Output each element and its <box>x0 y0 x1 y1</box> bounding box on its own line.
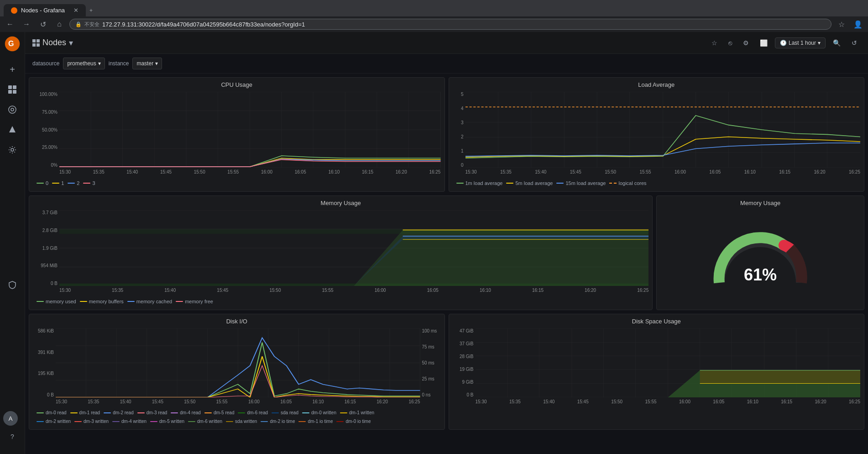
svg-rect-5 <box>13 90 16 94</box>
legend-memory-free: memory free <box>176 299 213 304</box>
top-bar: Nodes ▾ ☆ ⎋ ⚙ ⬜ 🕐 Last 1 hour ▾ 🔍 ↺ <box>25 32 868 54</box>
refresh-button[interactable]: ↺ <box>848 37 861 48</box>
load-average-body: 5 4 3 2 1 0 <box>449 90 864 191</box>
svg-point-7 <box>11 108 14 111</box>
grafana-app: G + A ? Nodes ▾ <box>0 32 868 454</box>
svg-rect-12 <box>37 39 40 42</box>
top-bar-actions: ☆ ⎋ ⚙ ⬜ 🕐 Last 1 hour ▾ 🔍 ↺ <box>708 37 861 48</box>
sidebar-item-settings[interactable] <box>3 141 21 159</box>
time-range-button[interactable]: 🕐 Last 1 hour ▾ <box>775 37 826 48</box>
legend-dm2-iotime: dm-2 io time <box>261 419 295 424</box>
browser-tab[interactable]: Nodes - Grafana ✕ <box>4 4 86 16</box>
prometheus-select[interactable]: prometheus ▾ <box>63 58 105 69</box>
svg-point-10 <box>11 148 14 151</box>
dashboard-settings-button[interactable]: ⚙ <box>739 37 753 48</box>
legend-logical-cores: logical cores <box>609 180 646 186</box>
sidebar-item-alerting[interactable] <box>3 121 21 139</box>
profile-button[interactable]: 👤 <box>852 18 864 31</box>
cpu-usage-chart <box>59 92 441 168</box>
legend-1m: 1m load average <box>456 180 503 186</box>
memory-chart-svg <box>59 210 648 286</box>
cpu-usage-legend: 0 1 2 3 <box>33 179 441 188</box>
svg-rect-9 <box>12 131 13 132</box>
browser-chrome: Nodes - Grafana ✕ + ← → ↺ ⌂ 🔒 不安全 172.27… <box>0 0 868 32</box>
memory-gauge-panel: Memory Usage <box>656 195 864 310</box>
legend-dm0-written: dm-0 written <box>302 410 336 415</box>
legend-dm6-written: dm-6 written <box>188 419 222 424</box>
gauge-svg: 61% <box>710 223 810 292</box>
dashboard-title: Nodes ▾ <box>32 38 73 48</box>
reload-button[interactable]: ↺ <box>37 18 49 31</box>
sidebar: G + A ? <box>0 32 25 454</box>
clock-icon: 🕐 <box>780 40 787 46</box>
legend-dm5-written: dm-5 written <box>150 419 184 424</box>
legend-dm3-written: dm-3 written <box>74 419 109 424</box>
legend-dm0-iotime: dm-0 io time <box>336 419 371 424</box>
search-button[interactable]: 🔍 <box>829 37 844 48</box>
grid-row-2: Memory Usage 3.7 GiB 2.8 GiB 1.9 GiB 954… <box>29 195 864 310</box>
svg-text:61%: 61% <box>744 265 777 284</box>
load-average-title: Load Average <box>449 78 864 90</box>
sidebar-item-add[interactable]: + <box>3 60 21 79</box>
load-average-legend: 1m load average 5m load average 15m load… <box>453 179 861 188</box>
cpu-usage-panel: CPU Usage 100.00% 75.00% 50.00% 25.00% 0… <box>29 77 445 192</box>
sidebar-item-help[interactable]: ? <box>3 428 21 446</box>
forward-button[interactable]: → <box>20 18 33 31</box>
share-button[interactable]: ⎋ <box>725 37 736 48</box>
svg-rect-14 <box>37 43 40 47</box>
legend-memory-buffers: memory buffers <box>80 299 124 304</box>
tab-close-button[interactable]: ✕ <box>73 7 78 14</box>
instance-label: instance <box>109 60 129 67</box>
favorite-button[interactable]: ☆ <box>708 37 721 48</box>
tv-mode-button[interactable]: ⬜ <box>756 37 771 48</box>
lock-icon: 🔒 <box>75 21 82 27</box>
legend-memory-cached: memory cached <box>127 299 172 304</box>
address-bar[interactable]: 🔒 不安全 172.27.9.131:30022/d/fa49a4706d07a… <box>69 19 831 30</box>
home-button[interactable]: ⌂ <box>53 18 66 31</box>
disk-io-panel: Disk I/O 586 KiB 391 KiB 195 KiB 0 B <box>29 314 445 430</box>
memory-usage-chart-title: Memory Usage <box>29 196 652 208</box>
legend-memory-used: memory used <box>37 299 76 304</box>
tab-title: Nodes - Grafana <box>21 7 65 14</box>
bookmark-button[interactable]: ☆ <box>835 18 848 31</box>
dashboard-grid: CPU Usage 100.00% 75.00% 50.00% 25.00% 0… <box>25 74 868 454</box>
legend-dm0-read: dm-0 read <box>37 410 67 415</box>
cpu-usage-title: CPU Usage <box>29 78 444 90</box>
legend-dm1-written: dm-1 written <box>340 410 374 415</box>
main-content: Nodes ▾ ☆ ⎋ ⚙ ⬜ 🕐 Last 1 hour ▾ 🔍 ↺ data… <box>25 32 868 454</box>
disk-io-body: 586 KiB 391 KiB 195 KiB 0 B 100 ms 75 ms… <box>29 327 444 429</box>
disk-space-panel: Disk Space Usage 47 GiB 37 GiB 28 GiB 19… <box>449 314 865 430</box>
legend-dm4-read: dm-4 read <box>171 410 201 415</box>
svg-marker-100 <box>700 370 860 384</box>
disk-io-chart <box>56 328 420 397</box>
url-text: 172.27.9.131:30022/d/fa49a4706d07a042595… <box>102 21 305 28</box>
master-select[interactable]: master ▾ <box>132 58 162 69</box>
load-average-panel: Load Average 5 4 3 2 1 0 <box>449 77 865 192</box>
back-button[interactable]: ← <box>4 18 16 31</box>
sidebar-item-dashboards[interactable] <box>3 80 21 99</box>
memory-usage-chart-body: 3.7 GiB 2.8 GiB 1.9 GiB 954 MiB 0 B <box>29 208 652 310</box>
disk-space-chart <box>476 328 861 397</box>
svg-point-6 <box>9 106 16 113</box>
cpu-usage-body: 100.00% 75.00% 50.00% 25.00% 0% <box>29 90 444 191</box>
legend-item-3: 3 <box>83 180 95 186</box>
legend-dm2-read: dm-2 read <box>104 410 134 415</box>
legend-dm3-read: dm-3 read <box>137 410 167 415</box>
time-range-label: Last 1 hour <box>789 40 816 46</box>
legend-15m: 15m load average <box>556 180 606 186</box>
memory-gauge-body: 61% <box>657 208 864 310</box>
disk-io-title: Disk I/O <box>29 314 444 327</box>
toolbar-variables-row: datasource prometheus ▾ instance master … <box>25 54 868 74</box>
user-avatar[interactable]: A <box>3 411 18 426</box>
svg-rect-2 <box>8 85 12 89</box>
sidebar-item-security[interactable] <box>3 276 21 294</box>
sidebar-item-explore[interactable] <box>3 100 21 119</box>
svg-rect-3 <box>13 85 16 89</box>
legend-item-2: 2 <box>68 180 79 186</box>
grafana-logo[interactable]: G <box>4 36 21 52</box>
time-range-chevron: ▾ <box>818 40 821 46</box>
new-tab-button[interactable]: + <box>86 5 96 16</box>
dashboard-dropdown-icon[interactable]: ▾ <box>69 38 73 48</box>
legend-sda-read: sda read <box>272 410 298 415</box>
grid-row-3: Disk I/O 586 KiB 391 KiB 195 KiB 0 B <box>29 314 864 430</box>
